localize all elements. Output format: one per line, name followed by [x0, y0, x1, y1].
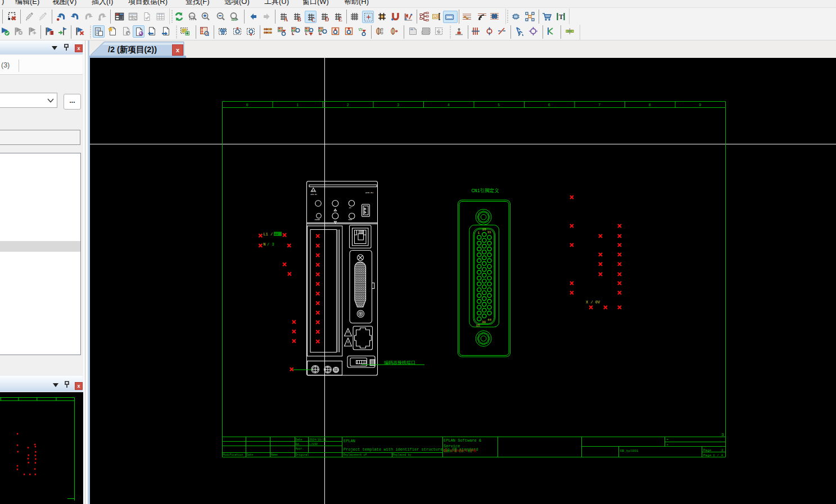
svg-text:N: N	[263, 242, 265, 247]
svg-text:0: 0	[246, 103, 248, 107]
svg-text:Date: Date	[296, 438, 302, 442]
svg-text:CHARGE: CHARGE	[315, 219, 320, 221]
svg-text:SET: SET	[349, 207, 352, 209]
svg-text:E: E	[338, 16, 342, 22]
svg-text:EPLAN: EPLAN	[344, 439, 355, 443]
svg-text:Original: Original	[296, 453, 309, 457]
svg-text:Appr.: Appr.	[296, 447, 304, 451]
svg-text:1: 1	[296, 103, 299, 107]
svg-text:C: C	[311, 17, 315, 22]
svg-text:Replacement of: Replacement of	[344, 453, 367, 457]
svg-text:编码器接线端口: 编码器接线端口	[384, 360, 415, 365]
svg-text:CN1引脚定义: CN1引脚定义	[472, 188, 500, 194]
svg-text:16: 16	[482, 228, 487, 231]
svg-text:Replaced by: Replaced by	[393, 453, 412, 457]
svg-text:B: B	[297, 16, 301, 22]
svg-text:3: 3	[397, 103, 399, 107]
svg-text:1: 1	[478, 231, 480, 235]
svg-text:A: A	[284, 16, 288, 22]
svg-text:ASD-B2: ASD-B2	[311, 193, 318, 196]
svg-text:GB standard 样板: GB standard 样板	[443, 448, 477, 453]
svg-text:DELTA: DELTA	[311, 190, 317, 193]
svg-text:4: 4	[448, 103, 450, 107]
svg-text:T: T	[559, 13, 563, 21]
svg-text:+: +	[667, 443, 669, 447]
svg-text:7: 7	[598, 103, 600, 107]
svg-text:EPLAN Software &: EPLAN Software &	[444, 438, 482, 443]
svg-text:5: 5	[498, 103, 500, 107]
svg-text:1 / 4: 1 / 4	[713, 453, 723, 457]
svg-text:ASD-B2: ASD-B2	[365, 192, 374, 194]
svg-text:30: 30	[482, 320, 486, 324]
svg-text:3: 3	[721, 432, 724, 437]
svg-text:L1 /: L1 /	[263, 232, 273, 237]
svg-text:GB_tpl001: GB_tpl001	[620, 449, 639, 453]
svg-text:/ 3: / 3	[267, 242, 274, 247]
svg-text:Modification: Modification	[223, 453, 243, 457]
svg-text:2: 2	[347, 103, 349, 107]
svg-text:44: 44	[487, 318, 492, 322]
svg-text:2: 2	[721, 448, 724, 452]
svg-text:Page: Page	[703, 453, 712, 457]
svg-text:2024/10/31: 2024/10/31	[309, 438, 326, 442]
svg-text:Ed.: Ed.	[296, 443, 301, 446]
svg-text:=: =	[667, 438, 669, 442]
svg-text:100: 100	[231, 18, 237, 21]
svg-text:6: 6	[548, 103, 550, 107]
svg-text:Date: Date	[247, 453, 254, 457]
svg-text:##: ##	[274, 233, 279, 237]
svg-text:X / 0V: X / 0V	[586, 300, 600, 305]
svg-text:Name: Name	[271, 453, 278, 457]
svg-text:128: 128	[433, 15, 439, 19]
svg-text:LJ190: LJ190	[309, 443, 318, 446]
svg-text:8: 8	[649, 103, 651, 107]
svg-text:9: 9	[699, 103, 701, 107]
svg-text:D: D	[325, 16, 329, 22]
svg-text:Page: Page	[703, 448, 712, 452]
svg-text:15: 15	[476, 324, 481, 328]
svg-text:MODE: MODE	[349, 219, 353, 221]
svg-text:31: 31	[487, 230, 492, 234]
